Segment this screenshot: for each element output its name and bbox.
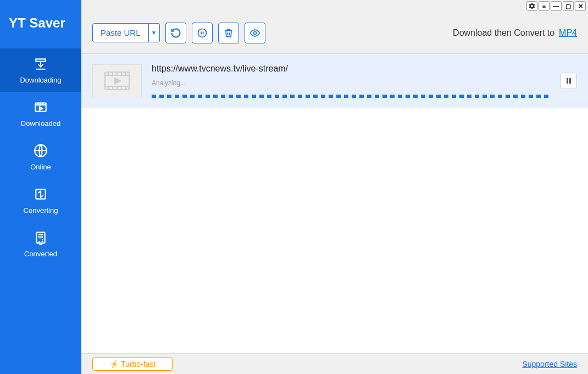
toolbar-right: Download then Convert to MP4 [453, 28, 577, 38]
turbo-fast-button[interactable]: ⚡ Turbo-fast [92, 358, 173, 371]
sidebar: YT Saver Downloading Downloaded Online C… [0, 0, 81, 374]
toolbar: Paste URL ▼ Download then Convert to MP4 [81, 12, 588, 54]
globe-icon [33, 143, 48, 158]
converted-file-icon [33, 230, 48, 245]
settings-button[interactable] [526, 1, 537, 11]
download-item-body: https://www.tvcnews.tv/live-stream/ Anal… [152, 64, 551, 98]
progress-bar [152, 95, 551, 98]
sidebar-item-label: Downloading [20, 76, 61, 84]
sidebar-item-downloaded[interactable]: Downloaded [0, 92, 81, 135]
download-url: https://www.tvcnews.tv/live-stream/ [152, 64, 551, 74]
app-title: YT Saver [0, 0, 81, 48]
menu-button[interactable]: ≡ [539, 1, 550, 11]
download-status: Analyzing... [152, 79, 551, 87]
sidebar-item-label: Downloaded [21, 119, 60, 128]
convert-format-link[interactable]: MP4 [559, 28, 577, 38]
pause-all-button[interactable] [192, 23, 213, 43]
footer: ⚡ Turbo-fast Supported Sites [81, 353, 588, 374]
titlebar: ≡ — ▢ ✕ [81, 0, 588, 12]
turbo-label: Turbo-fast [121, 360, 156, 369]
sidebar-item-label: Converted [24, 250, 57, 258]
video-thumbnail [92, 64, 142, 97]
close-button[interactable]: ✕ [575, 1, 586, 11]
convert-prefix-label: Download then Convert to [453, 28, 554, 38]
sidebar-item-downloading[interactable]: Downloading [0, 48, 81, 92]
delete-button[interactable] [218, 23, 239, 43]
sidebar-item-label: Online [30, 163, 51, 171]
content-area: https://www.tvcnews.tv/live-stream/ Anal… [81, 54, 588, 353]
refresh-button[interactable] [165, 23, 186, 43]
svg-point-4 [198, 29, 206, 37]
download-icon [33, 56, 48, 72]
download-item[interactable]: https://www.tvcnews.tv/live-stream/ Anal… [81, 54, 588, 108]
svg-rect-8 [569, 78, 571, 84]
preview-button[interactable] [245, 23, 265, 43]
sidebar-item-online[interactable]: Online [0, 135, 81, 179]
video-file-icon [33, 100, 48, 115]
convert-icon [33, 186, 48, 202]
bolt-icon: ⚡ [109, 360, 119, 369]
paste-url-group: Paste URL ▼ [92, 23, 160, 42]
paste-url-dropdown[interactable]: ▼ [149, 23, 160, 42]
sidebar-item-label: Converting [24, 206, 58, 215]
sidebar-item-converting[interactable]: Converting [0, 179, 81, 222]
svg-rect-7 [567, 78, 568, 84]
pause-download-button[interactable] [561, 73, 577, 89]
maximize-button[interactable]: ▢ [563, 1, 574, 11]
minimize-button[interactable]: — [551, 1, 562, 11]
supported-sites-link[interactable]: Supported Sites [522, 360, 577, 369]
toolbar-left: Paste URL ▼ [92, 23, 265, 43]
sidebar-item-converted[interactable]: Converted [0, 222, 81, 266]
main-panel: ≡ — ▢ ✕ Paste URL ▼ Download then Co [81, 0, 588, 374]
paste-url-button[interactable]: Paste URL [92, 23, 149, 42]
svg-point-5 [253, 31, 256, 34]
